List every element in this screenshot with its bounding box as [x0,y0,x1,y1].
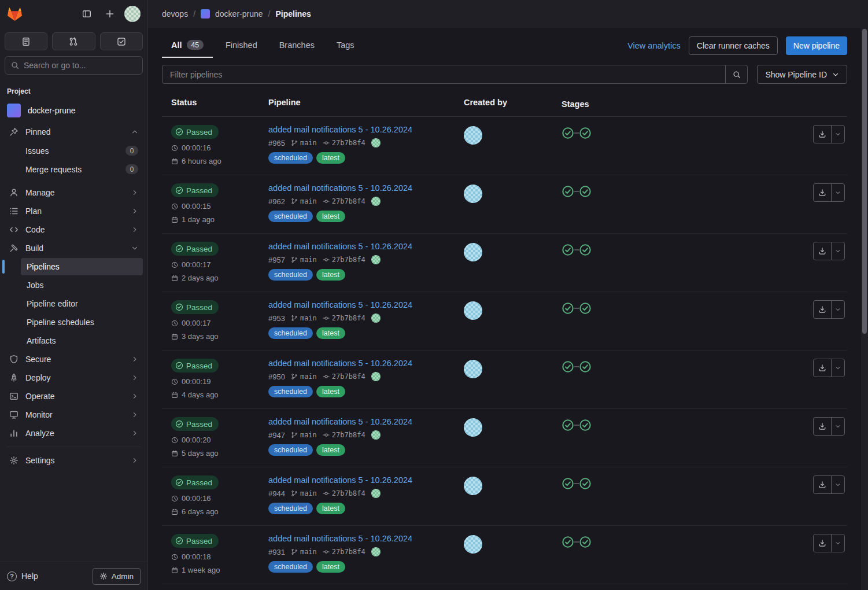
download-artifacts-button[interactable] [813,125,845,143]
sidebar-item-secure[interactable]: Secure [5,351,143,368]
commit-link[interactable]: 27b7b8f4 [323,197,365,205]
commit-author-avatar[interactable] [371,489,381,498]
commit-author-avatar[interactable] [371,197,381,206]
latest-badge[interactable]: latest [316,327,345,339]
user-avatar[interactable] [124,6,141,22]
filter-pipelines-input[interactable] [162,65,725,83]
download-artifacts-button[interactable] [813,417,845,436]
sidebar-item-code[interactable]: Code [5,221,143,238]
branch-link[interactable]: main [291,373,317,381]
status-badge[interactable]: Passed [171,242,219,256]
branch-link[interactable]: main [291,197,317,205]
scheduled-badge[interactable]: scheduled [268,561,313,573]
pipeline-title-link[interactable]: added mail notifications 5 - 10.26.2024 [268,475,455,485]
download-artifacts-button[interactable] [813,359,845,377]
latest-badge[interactable]: latest [316,503,345,514]
new-pipeline-button[interactable]: New pipeline [786,36,847,55]
pipeline-title-link[interactable]: added mail notifications 5 - 10.26.2024 [268,242,455,251]
sidebar-item-merge-requests[interactable]: Merge requests 0 [5,160,143,178]
stage-status-1[interactable] [562,477,574,490]
commit-author-avatar[interactable] [371,430,381,440]
breadcrumb-project-link[interactable]: docker-prune [215,9,263,19]
sidebar-item-deploy[interactable]: Deploy [5,369,143,386]
pipeline-title-link[interactable]: added mail notifications 5 - 10.26.2024 [268,534,455,543]
scrollbar-thumb[interactable] [862,29,867,334]
stage-status-2[interactable] [579,477,592,490]
tab-branches[interactable]: Branches [270,34,324,58]
commit-author-avatar[interactable] [371,255,381,264]
latest-badge[interactable]: latest [316,561,345,573]
pipeline-id-link[interactable]: #953 [268,314,285,323]
commit-link[interactable]: 27b7b8f4 [323,548,365,556]
sidebar-item-plan[interactable]: Plan [5,202,143,220]
creator-avatar[interactable] [464,243,482,261]
stage-status-2[interactable] [579,419,592,432]
pinned-section-toggle[interactable]: Pinned [5,123,143,141]
download-caret-segment[interactable] [832,476,844,493]
search-input[interactable]: Search or go to... [5,56,143,75]
stage-status-2[interactable] [579,536,592,548]
latest-badge[interactable]: latest [316,269,345,281]
page-scrollbar[interactable] [861,28,868,590]
commit-link[interactable]: 27b7b8f4 [323,314,365,322]
download-icon-segment[interactable] [814,534,831,552]
commit-author-avatar[interactable] [371,547,381,556]
sidebar-item-manage[interactable]: Manage [5,184,143,201]
pipeline-id-link[interactable]: #931 [268,548,285,556]
scheduled-badge[interactable]: scheduled [268,152,313,164]
commit-link[interactable]: 27b7b8f4 [323,489,365,497]
pipeline-id-link[interactable]: #965 [268,139,285,148]
tab-all[interactable]: All 45 [162,34,213,58]
show-pipeline-id-dropdown[interactable]: Show Pipeline ID [757,65,847,84]
download-artifacts-button[interactable] [813,242,845,260]
stage-status-1[interactable] [562,127,574,139]
status-badge[interactable]: Passed [171,475,219,489]
branch-link[interactable]: main [291,139,317,147]
issues-shortcut-button[interactable] [5,32,47,50]
create-new-button[interactable] [101,5,119,23]
branch-link[interactable]: main [291,314,317,322]
sidebar-item-artifacts[interactable]: Artifacts [21,332,143,349]
creator-avatar[interactable] [464,126,482,145]
commit-link[interactable]: 27b7b8f4 [323,431,365,439]
gitlab-logo-icon[interactable] [7,7,23,21]
sidebar-toggle-button[interactable] [78,5,95,23]
sidebar-item-jobs[interactable]: Jobs [21,276,143,294]
stage-status-1[interactable] [562,536,574,548]
download-caret-segment[interactable] [832,418,844,435]
download-icon-segment[interactable] [814,242,831,260]
download-icon-segment[interactable] [814,126,831,143]
scheduled-badge[interactable]: scheduled [268,386,313,397]
pipeline-title-link[interactable]: added mail notifications 5 - 10.26.2024 [268,125,455,134]
branch-link[interactable]: main [291,431,317,439]
sidebar-item-analyze[interactable]: Analyze [5,425,143,442]
download-caret-segment[interactable] [832,126,844,143]
download-caret-segment[interactable] [832,301,844,318]
download-caret-segment[interactable] [832,534,844,552]
pipeline-id-link[interactable]: #957 [268,256,285,264]
scheduled-badge[interactable]: scheduled [268,211,313,222]
status-badge[interactable]: Passed [171,359,219,373]
stage-status-2[interactable] [579,244,592,256]
pipeline-title-link[interactable]: added mail notifications 5 - 10.26.2024 [268,183,455,193]
help-button[interactable]: ? Help [7,571,38,581]
sidebar-item-settings[interactable]: Settings [5,452,143,469]
download-caret-segment[interactable] [832,184,844,201]
stage-status-1[interactable] [562,360,574,373]
pipeline-id-link[interactable]: #962 [268,197,285,206]
scheduled-badge[interactable]: scheduled [268,269,313,281]
scheduled-badge[interactable]: scheduled [268,444,313,456]
download-icon-segment[interactable] [814,476,831,493]
creator-avatar[interactable] [464,301,482,320]
status-badge[interactable]: Passed [171,417,219,431]
latest-badge[interactable]: latest [316,386,345,397]
sidebar-item-build[interactable]: Build [5,239,143,257]
view-analytics-link[interactable]: View analytics [627,41,681,50]
sidebar-item-pipeline-editor[interactable]: Pipeline editor [21,295,143,312]
commit-link[interactable]: 27b7b8f4 [323,139,365,147]
pipeline-id-link[interactable]: #944 [268,489,285,498]
stage-status-2[interactable] [579,185,592,198]
commit-link[interactable]: 27b7b8f4 [323,256,365,264]
commit-link[interactable]: 27b7b8f4 [323,373,365,381]
tab-finished[interactable]: Finished [216,34,267,58]
